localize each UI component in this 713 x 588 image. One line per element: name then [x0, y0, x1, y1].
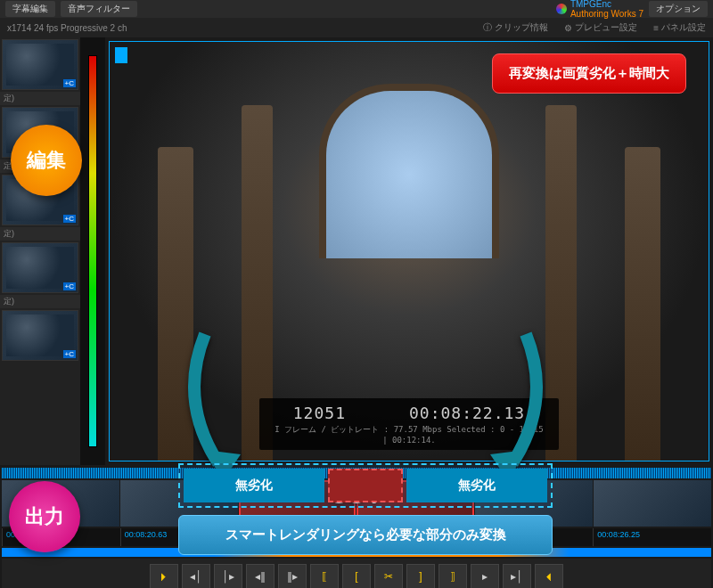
transport-controls: ⏵ ◂│ │▸ ◂‖ ‖▸ ⟦ [ ✂ ] ⟧ ▸ ▸│ ⏴ [2, 559, 711, 588]
smart-render-banner: スマートレンダリングなら必要な部分のみ変換 [178, 515, 553, 555]
menu-preview-settings[interactable]: ⚙ プレビュー設定 [564, 21, 637, 34]
bracket-in-button[interactable]: ⟦ [310, 564, 339, 588]
tab-subtitle[interactable]: 字幕編集 [5, 1, 55, 17]
play-button[interactable]: ▸ [471, 564, 499, 588]
clip-thumb[interactable]: +C [2, 39, 78, 90]
step-back-button[interactable]: ◂‖ [246, 564, 275, 588]
tab-audio-filter[interactable]: 音声フィルター [61, 1, 137, 17]
brand-logo-icon [556, 4, 567, 14]
step-fwd-button[interactable]: ‖▸ [278, 564, 307, 588]
lossless-segment: 無劣化 [406, 469, 547, 502]
bracket-out-button[interactable]: ⟧ [438, 564, 467, 588]
annotation-output-badge: 出力 [9, 481, 80, 552]
app-window: 字幕編集 音声フィルター TMPGEncAuthoring Works 7 オプ… [0, 0, 713, 588]
cut-button[interactable]: ✂ [374, 564, 403, 588]
next-frame-button[interactable]: │▸ [214, 564, 242, 588]
lossless-segment: 無劣化 [184, 469, 324, 502]
bracket-close-button[interactable]: ] [406, 564, 435, 588]
jump-fwd-button[interactable]: ▸│ [503, 564, 531, 588]
info-bar: x1714 24 fps Progressive 2 ch ⓘ クリップ情報 ⚙… [0, 18, 713, 37]
clip-thumb[interactable]: +C [2, 310, 78, 361]
annotation-edit-badge: 編集 [11, 125, 82, 196]
clip-label: 定) [0, 295, 80, 308]
reencode-segment [328, 469, 403, 502]
top-toolbar: 字幕編集 音声フィルター TMPGEncAuthoring Works 7 オプ… [0, 0, 713, 18]
clip-label: 定) [0, 92, 80, 105]
options-button[interactable]: オプション [649, 1, 708, 17]
brand: TMPGEncAuthoring Works 7 [556, 0, 643, 19]
mark-in-button[interactable]: ⏵ [150, 564, 178, 588]
mark-out-button[interactable]: ⏴ [535, 564, 563, 588]
video-meta: x1714 24 fps Progressive 2 ch [7, 23, 127, 33]
bracket-open-button[interactable]: [ [342, 564, 371, 588]
audio-meter [80, 37, 105, 465]
smart-render-overlay: 無劣化 無劣化 スマートレンダリングなら必要な部分のみ変換 [178, 463, 553, 555]
in-flag-icon[interactable] [115, 47, 127, 63]
prev-frame-button[interactable]: ◂│ [182, 564, 210, 588]
menu-panel-settings[interactable]: ≡ パネル設定 [653, 21, 706, 34]
annotation-quality-warning: 再変換は画質劣化＋時間大 [492, 53, 686, 94]
clip-label: 定) [0, 227, 80, 241]
clip-thumb[interactable]: +C [2, 242, 78, 293]
menu-clip-info[interactable]: ⓘ クリップ情報 [483, 21, 548, 34]
clip-rail: +C 定) +C 定) +C 定) +C 定) +C [0, 37, 80, 465]
